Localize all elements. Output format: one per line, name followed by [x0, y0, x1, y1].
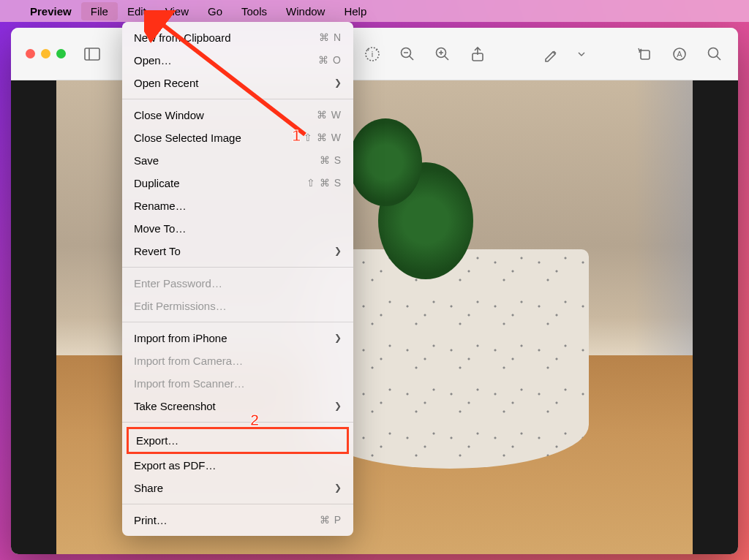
- svg-text:A: A: [677, 50, 682, 58]
- menu-import-iphone[interactable]: Import from iPhone❯: [122, 327, 353, 349]
- sidebar-icon[interactable]: [83, 45, 101, 63]
- menubar-app-name[interactable]: Preview: [20, 2, 81, 20]
- chevron-down-icon[interactable]: [577, 45, 586, 63]
- menu-separator: [122, 322, 353, 322]
- chevron-right-icon: ❯: [334, 77, 342, 89]
- menubar: Preview File Edit View Go Tools Window H…: [0, 0, 749, 22]
- menu-duplicate[interactable]: Duplicate⇧ ⌘ S: [122, 172, 353, 194]
- zoom-in-icon[interactable]: [434, 45, 451, 63]
- menu-import-scanner: Import from Scanner…: [122, 372, 353, 395]
- file-menu-dropdown: New from Clipboard⌘ N Open…⌘ O Open Rece…: [122, 22, 353, 536]
- menubar-help[interactable]: Help: [334, 2, 376, 20]
- search-icon[interactable]: [706, 45, 723, 63]
- svg-rect-12: [641, 50, 650, 59]
- menu-take-screenshot[interactable]: Take Screenshot❯: [122, 395, 353, 417]
- close-window-button[interactable]: [26, 49, 35, 58]
- menu-new-from-clipboard[interactable]: New from Clipboard⌘ N: [122, 26, 353, 49]
- fullscreen-window-button[interactable]: [56, 49, 66, 58]
- chevron-right-icon: ❯: [334, 482, 342, 494]
- chevron-right-icon: ❯: [334, 400, 342, 412]
- menu-separator: [122, 422, 353, 423]
- menubar-tools[interactable]: Tools: [232, 2, 276, 20]
- toolbar: i A: [11, 28, 738, 80]
- apple-menu[interactable]: [6, 8, 20, 14]
- menu-close-window[interactable]: Close Window⌘ W: [122, 104, 353, 126]
- svg-text:i: i: [372, 50, 373, 58]
- menu-separator: [122, 267, 353, 268]
- svg-line-16: [717, 56, 720, 60]
- svg-rect-0: [85, 48, 99, 60]
- minimize-window-button[interactable]: [41, 49, 50, 58]
- menu-export[interactable]: Export…: [127, 427, 349, 454]
- menu-edit-permissions: Edit Permissions…: [122, 295, 353, 317]
- svg-line-5: [410, 56, 413, 60]
- share-icon[interactable]: [469, 45, 486, 63]
- content-area: [11, 80, 738, 554]
- menubar-file[interactable]: File: [81, 2, 118, 20]
- menu-save[interactable]: Save⌘ S: [122, 149, 353, 172]
- menu-open[interactable]: Open…⌘ O: [122, 49, 353, 72]
- menu-export-pdf[interactable]: Export as PDF…: [122, 454, 353, 477]
- svg-line-8: [445, 56, 448, 60]
- rotate-icon[interactable]: [636, 45, 653, 63]
- zoom-out-icon[interactable]: [399, 45, 416, 63]
- menubar-edit[interactable]: Edit: [118, 2, 156, 20]
- menubar-view[interactable]: View: [156, 2, 198, 20]
- menu-rename[interactable]: Rename…: [122, 194, 353, 217]
- menu-separator: [122, 504, 353, 504]
- window-controls: [26, 49, 66, 58]
- info-circle-icon[interactable]: i: [364, 45, 381, 63]
- svg-point-15: [709, 48, 718, 57]
- markup-icon[interactable]: [542, 45, 560, 63]
- menu-move-to[interactable]: Move To…: [122, 217, 353, 240]
- chevron-right-icon: ❯: [334, 245, 342, 257]
- menu-share[interactable]: Share❯: [122, 477, 353, 499]
- menu-revert-to[interactable]: Revert To❯: [122, 240, 353, 262]
- menu-print[interactable]: Print…⌘ P: [122, 509, 353, 531]
- menu-import-camera: Import from Camera…: [122, 349, 353, 372]
- menu-open-recent[interactable]: Open Recent❯: [122, 72, 353, 94]
- highlight-circle-icon[interactable]: A: [671, 45, 688, 63]
- menu-separator: [122, 99, 353, 99]
- chevron-right-icon: ❯: [334, 332, 342, 344]
- preview-window: i A: [11, 28, 738, 554]
- menubar-go[interactable]: Go: [198, 2, 232, 20]
- menubar-window[interactable]: Window: [276, 2, 334, 20]
- menu-enter-password: Enter Password…: [122, 272, 353, 295]
- menu-close-selected-image[interactable]: Close Selected Image⇧ ⌘ W: [122, 126, 353, 149]
